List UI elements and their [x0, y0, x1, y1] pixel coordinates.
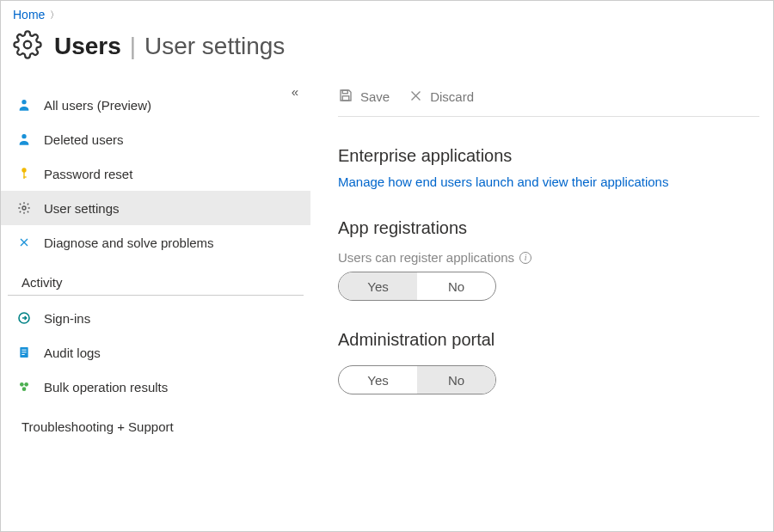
svg-point-1: [22, 100, 26, 104]
toggle-no[interactable]: No: [417, 366, 495, 394]
enterprise-apps-link[interactable]: Manage how end users launch and view the…: [338, 174, 668, 189]
tools-icon: [16, 235, 32, 250]
nav-label: Sign-ins: [44, 311, 90, 326]
collapse-icon[interactable]: «: [292, 84, 298, 99]
title-separator: |: [130, 33, 136, 59]
chevron-right-icon: 〉: [50, 9, 59, 21]
nav-label: User settings: [44, 201, 120, 216]
logs-icon: [16, 345, 32, 360]
app-registrations-label: Users can register applications i: [338, 250, 759, 265]
info-icon[interactable]: i: [519, 252, 531, 264]
svg-point-12: [20, 382, 24, 387]
nav-label: Audit logs: [44, 345, 101, 360]
sidebar-item-deleted-users[interactable]: Deleted users: [1, 122, 310, 156]
bulk-icon: [16, 379, 32, 394]
close-icon: [408, 89, 423, 106]
sidebar-item-user-settings[interactable]: User settings: [1, 191, 310, 225]
app-registrations-toggle: Yes No: [338, 272, 496, 301]
sidebar-item-password-reset[interactable]: Password reset: [1, 156, 310, 191]
toggle-yes[interactable]: Yes: [339, 366, 417, 394]
sidebar-item-all-users[interactable]: All users (Preview): [1, 88, 310, 122]
sidebar-section-troubleshoot: Troubleshooting + Support: [8, 404, 304, 439]
signin-icon: [16, 310, 32, 326]
nav-label: Deleted users: [44, 132, 124, 147]
toolbar: Save Discard: [338, 88, 759, 117]
nav-label: Password reset: [44, 167, 132, 181]
breadcrumb: Home 〉: [1, 1, 773, 25]
sidebar-section-activity: Activity: [8, 260, 304, 296]
svg-point-14: [22, 387, 27, 391]
toggle-yes[interactable]: Yes: [339, 272, 417, 300]
save-label: Save: [360, 89, 390, 104]
sidebar-item-bulk-results[interactable]: Bulk operation results: [1, 370, 310, 404]
svg-point-6: [22, 206, 26, 210]
svg-point-3: [22, 168, 26, 172]
sidebar-item-diagnose[interactable]: Diagnose and solve problems: [1, 225, 310, 260]
svg-point-13: [24, 382, 28, 387]
sidebar: « All users (Preview) Deleted users Pass…: [1, 88, 310, 444]
nav-label: Bulk operation results: [44, 380, 168, 394]
user-icon: [16, 97, 32, 113]
app-registrations-heading: App registrations: [338, 218, 759, 238]
page-title: Users: [54, 33, 121, 59]
svg-rect-16: [342, 96, 349, 101]
nav-label: All users (Preview): [44, 98, 151, 113]
save-icon: [338, 88, 353, 106]
discard-label: Discard: [430, 89, 474, 104]
user-icon: [16, 131, 32, 147]
main-content: Save Discard Enterprise applications Man…: [310, 88, 773, 444]
breadcrumb-home[interactable]: Home: [13, 8, 45, 21]
svg-rect-11: [22, 354, 24, 355]
svg-rect-4: [23, 172, 24, 179]
nav-label: Diagnose and solve problems: [44, 235, 214, 250]
field-label-text: Users can register applications: [338, 250, 514, 265]
key-icon: [16, 166, 32, 181]
save-button[interactable]: Save: [338, 88, 390, 106]
sidebar-item-audit-logs[interactable]: Audit logs: [1, 335, 310, 370]
discard-button[interactable]: Discard: [408, 89, 474, 106]
admin-portal-heading: Administration portal: [338, 330, 759, 350]
page-subtitle: User settings: [144, 33, 285, 59]
enterprise-apps-heading: Enterprise applications: [338, 146, 759, 166]
svg-rect-9: [22, 350, 26, 351]
svg-rect-15: [342, 90, 347, 94]
gear-icon: [16, 200, 32, 216]
page-header: Users | User settings: [1, 25, 773, 88]
gear-icon: [13, 30, 42, 62]
svg-rect-10: [22, 352, 26, 352]
admin-portal-toggle: Yes No: [338, 365, 496, 394]
toggle-no[interactable]: No: [417, 272, 495, 300]
sidebar-item-signins[interactable]: Sign-ins: [1, 301, 310, 335]
svg-rect-5: [23, 176, 26, 177]
svg-point-0: [24, 41, 32, 49]
svg-point-2: [22, 134, 26, 138]
